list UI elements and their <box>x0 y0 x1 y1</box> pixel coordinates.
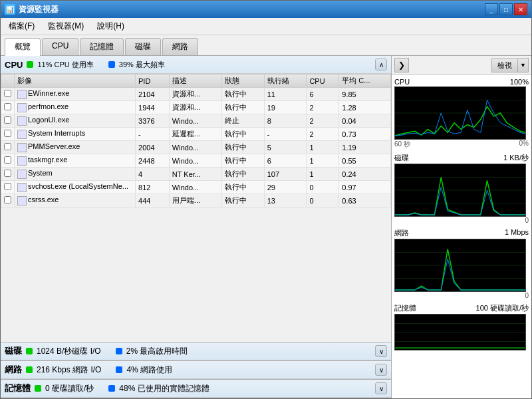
row-threads: 8 <box>264 114 307 128</box>
col-cpu[interactable]: CPU <box>307 74 339 88</box>
table-row[interactable]: EWinner.exe 2104 資源和... 執行中 11 6 9.85 <box>1 88 391 101</box>
col-avg[interactable]: 平均 C... <box>339 74 391 88</box>
cpu-section-header[interactable]: CPU 11% CPU 使用率 39% 最大頻率 ∧ <box>1 56 391 74</box>
main-area: CPU 11% CPU 使用率 39% 最大頻率 ∧ 影像 PID <box>1 56 531 398</box>
row-avg: 1.28 <box>339 101 391 114</box>
nav-arrow-button[interactable]: ❯ <box>394 58 409 72</box>
memory-section: 記憶體 0 硬碟讀取/秒 48% 已使用的實體記憶體 ∨ <box>1 380 391 398</box>
col-desc[interactable]: 描述 <box>169 74 221 88</box>
row-check[interactable] <box>1 154 15 168</box>
row-cpu: 2 <box>307 101 339 114</box>
network-graph-canvas <box>394 239 526 292</box>
net-dot1 <box>26 366 33 373</box>
memory-graph-max: 100 硬碟讀取/秒 <box>476 303 529 313</box>
row-threads: 6 <box>264 154 307 168</box>
tab-cpu[interactable]: CPU <box>42 38 78 55</box>
cpu-collapse[interactable]: ∧ <box>375 59 387 70</box>
network-section: 網路 216 Kbps 網路 I/O 4% 網路使用 ∨ <box>1 361 391 380</box>
cpu-table: 影像 PID 描述 狀態 執行緒 CPU 平均 C... EWinner.exe <box>1 74 391 207</box>
tab-disk[interactable]: 磁碟 <box>125 38 161 55</box>
row-cpu: 0 <box>307 181 339 194</box>
process-icon <box>17 116 27 126</box>
row-cpu: 1 <box>307 154 339 168</box>
row-image: svchost.exe (LocalSystemNe... <box>15 181 136 194</box>
row-avg: 9.85 <box>339 88 391 101</box>
menu-help[interactable]: 說明(H) <box>93 19 128 33</box>
row-check[interactable] <box>1 168 15 181</box>
disk-graph-max: 1 KB/秒 <box>503 153 529 163</box>
row-desc: 資源和... <box>169 101 221 114</box>
row-avg: 0.73 <box>339 128 391 141</box>
table-row[interactable]: System Interrupts - 延遲程... 執行中 - 2 0.73 <box>1 128 391 141</box>
view-button[interactable]: 檢視 <box>491 59 518 72</box>
table-row[interactable]: taskmgr.exe 2448 Windo... 執行中 6 1 0.55 <box>1 154 391 168</box>
net-dot2 <box>116 366 122 373</box>
menu-monitor[interactable]: 監視器(M) <box>44 19 88 33</box>
memory-collapse[interactable]: ∨ <box>375 382 387 394</box>
table-row[interactable]: PMMServer.exe 2004 Windo... 執行中 5 1 1.19 <box>1 141 391 154</box>
net-stat1: 216 Kbps 網路 I/O <box>37 364 101 376</box>
row-image: csrss.exe <box>15 194 136 207</box>
process-icon <box>17 156 27 166</box>
row-check[interactable] <box>1 181 15 194</box>
network-graph-min: 0 <box>525 292 529 299</box>
minimize-button[interactable]: _ <box>485 3 498 15</box>
table-row[interactable]: LogonUI.exe 3376 Windo... 終止 8 2 0.04 <box>1 114 391 128</box>
table-row[interactable]: svchost.exe (LocalSystemNe... 812 Windo.… <box>1 181 391 194</box>
process-icon <box>17 143 27 152</box>
cpu-graph-time: 60 秒 <box>394 140 410 149</box>
cpu-graph-label-row: CPU 100% <box>394 78 529 86</box>
row-image: LogonUI.exe <box>15 114 136 128</box>
col-image[interactable]: 影像 <box>15 74 136 88</box>
col-pid[interactable]: PID <box>136 74 170 88</box>
menu-file[interactable]: 檔案(F) <box>5 19 39 33</box>
table-row[interactable]: System 4 NT Ker... 執行中 107 1 0.24 <box>1 168 391 181</box>
disk-section-header[interactable]: 磁碟 1024 B/秒磁碟 I/O 2% 最高啟用時間 ∨ <box>1 342 391 360</box>
row-status: 執行中 <box>222 141 265 154</box>
row-pid: 444 <box>136 194 170 207</box>
tab-memory[interactable]: 記憶體 <box>80 38 124 55</box>
row-check[interactable] <box>1 194 15 207</box>
row-cpu: 6 <box>307 88 339 101</box>
row-check[interactable] <box>1 88 15 101</box>
view-dropdown-arrow[interactable]: ▼ <box>518 58 529 72</box>
tab-overview[interactable]: 概覽 <box>5 38 41 56</box>
row-status: 執行中 <box>222 154 265 168</box>
disk-collapse[interactable]: ∨ <box>375 345 387 357</box>
network-graph-max: 1 Mbps <box>505 228 529 238</box>
right-panel: ❯ 檢視 ▼ CPU 100% <box>392 56 531 398</box>
row-desc: Windo... <box>169 114 221 128</box>
row-desc: Windo... <box>169 181 221 194</box>
network-graph-label: 網路 <box>394 228 409 238</box>
tab-network[interactable]: 網路 <box>162 38 198 55</box>
row-check[interactable] <box>1 114 15 128</box>
col-threads[interactable]: 執行緒 <box>264 74 307 88</box>
row-status: 終止 <box>222 114 265 128</box>
cpu-graph-canvas <box>394 86 526 140</box>
row-threads: 5 <box>264 141 307 154</box>
row-check[interactable] <box>1 101 15 114</box>
col-status[interactable]: 狀態 <box>222 74 265 88</box>
main-window: 📊 資源監視器 _ □ ✕ 檔案(F) 監視器(M) 說明(H) 概覽 CPU … <box>0 0 532 399</box>
cpu-graph-min: 0% <box>519 140 529 149</box>
table-row[interactable]: perfmon.exe 1944 資源和... 執行中 19 2 1.28 <box>1 101 391 114</box>
row-check[interactable] <box>1 128 15 141</box>
row-desc: 資源和... <box>169 88 221 101</box>
row-avg: 0.97 <box>339 181 391 194</box>
row-image: taskmgr.exe <box>15 154 136 168</box>
row-pid: 812 <box>136 181 170 194</box>
row-pid: - <box>136 128 170 141</box>
row-image: System Interrupts <box>15 128 136 141</box>
row-threads: 29 <box>264 181 307 194</box>
row-pid: 2004 <box>136 141 170 154</box>
mem-stat2: 48% 已使用的實體記憶體 <box>119 383 209 394</box>
cpu-table-container[interactable]: 影像 PID 描述 狀態 執行緒 CPU 平均 C... EWinner.exe <box>1 74 391 342</box>
row-check[interactable] <box>1 141 15 154</box>
network-section-header[interactable]: 網路 216 Kbps 網路 I/O 4% 網路使用 ∨ <box>1 361 391 379</box>
memory-section-header[interactable]: 記憶體 0 硬碟讀取/秒 48% 已使用的實體記憶體 ∨ <box>1 380 391 398</box>
left-panel: CPU 11% CPU 使用率 39% 最大頻率 ∧ 影像 PID <box>1 56 392 398</box>
table-row[interactable]: csrss.exe 444 用戶端... 執行中 13 0 0.63 <box>1 194 391 207</box>
close-button[interactable]: ✕ <box>514 3 527 15</box>
maximize-button[interactable]: □ <box>499 3 513 15</box>
network-collapse[interactable]: ∨ <box>375 364 387 376</box>
